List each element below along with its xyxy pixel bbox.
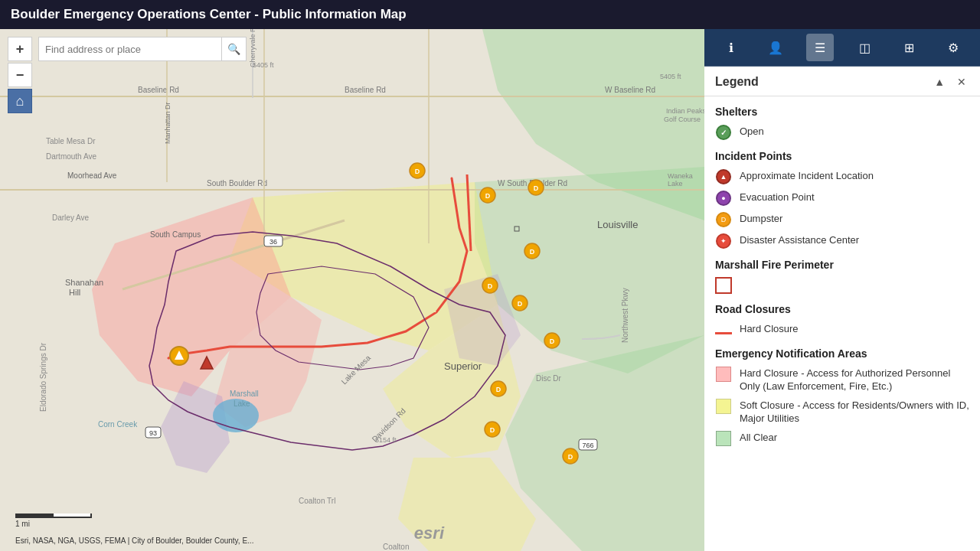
legend-section-fire-perimeter: Marshall Fire Perimeter [715,259,969,271]
zoom-out-button[interactable]: − [8,63,32,87]
svg-text:Superior: Superior [444,360,482,372]
legend-panel: Legend ▲ ✕ Shelters ✓ Open Incident Poin… [704,67,980,551]
grid-toolbar-button[interactable]: ⊞ [895,34,923,61]
legend-close-button[interactable]: ✕ [954,74,969,90]
svg-text:Marshall: Marshall [230,390,259,398]
shelter-open-label: Open [740,124,764,139]
all-clear-area-label: All Clear [740,430,777,445]
legend-item-fire-perimeter [715,277,969,294]
toolbar-icons: ℹ 👤 ☰ ◫ ⊞ ⚙ [704,29,980,67]
hard-closure-area-icon [715,366,732,383]
search-bar: 🔍 [38,37,247,61]
all-clear-area-icon [715,430,732,447]
approx-incident-icon: ▲ [715,168,732,185]
svg-text:D: D [415,168,420,175]
scale-bar: 1 mi [15,514,92,528]
legend-item-soft-closure-area: Soft Closure - Access for Residents/Owne… [715,398,969,425]
legend-controls: ▲ ✕ [931,74,969,90]
evac-point-icon: ● [715,190,732,207]
fire-perimeter-icon [715,277,732,294]
svg-text:Coalton Trl: Coalton Trl [299,497,335,505]
legend-header: Legend ▲ ✕ [704,67,980,96]
svg-text:D: D [488,282,493,290]
map-attribution: Esri, NASA, NGA, USGS, FEMA | City of Bo… [15,536,704,545]
svg-text:Shanahan: Shanahan [65,278,103,287]
zoom-in-button[interactable]: + [8,37,32,61]
shelter-open-icon: ✓ [715,124,732,141]
soft-closure-area-label: Soft Closure - Access for Residents/Owne… [740,398,969,425]
legend-item-all-clear-area: All Clear [715,430,969,447]
svg-text:93: 93 [149,429,157,437]
scale-label: 1 mi [15,520,30,528]
map-svg: Baseline Rd Baseline Rd W Baseline Rd So… [0,29,704,551]
approx-incident-label: Approximate Incident Location [740,168,874,183]
info-toolbar-button[interactable]: ℹ [717,34,745,61]
svg-text:D: D [485,192,491,200]
svg-text:Hill: Hill [69,288,80,297]
esri-logo: esri [414,523,444,543]
legend-collapse-button[interactable]: ▲ [931,74,948,90]
home-button[interactable]: ⌂ [8,89,32,113]
people-toolbar-button[interactable]: 👤 [762,34,789,61]
svg-text:Northwest Pkwy: Northwest Pkwy [621,288,629,343]
svg-text:36: 36 [270,238,277,246]
layers-toolbar-button[interactable]: ◫ [851,34,878,61]
legend-item-shelter-open: ✓ Open [715,124,969,141]
hard-closure-road-label: Hard Closure [740,321,799,336]
svg-text:Eldorado Springs Dr: Eldorado Springs Dr [39,342,47,412]
legend-body: Shelters ✓ Open Incident Points ▲ Approx… [704,96,980,461]
soft-closure-area-icon [715,398,732,415]
map-toolbar: + − ⌂ [8,37,32,113]
legend-item-disaster-center: ✦ Disaster Assistance Center [715,233,969,249]
svg-text:Dartmouth Ave: Dartmouth Ave [46,152,96,161]
svg-text:Golf Course: Golf Course [664,116,701,123]
svg-text:Louisville: Louisville [597,219,638,230]
page-title: Boulder Emergency Operations Center - Pu… [11,7,407,22]
svg-text:Moorhead Ave: Moorhead Ave [67,171,117,180]
svg-text:Baseline Rd: Baseline Rd [138,86,179,94]
evac-point-label: Evacuation Point [740,190,815,204]
dumpster-label: Dumpster [740,211,782,226]
disaster-center-icon: ✦ [715,233,732,249]
svg-text:Waneka: Waneka [668,172,693,180]
svg-text:766: 766 [582,442,593,449]
svg-text:South Boulder Rd: South Boulder Rd [207,179,267,187]
legend-title: Legend [715,75,759,89]
svg-text:W Baseline Rd: W Baseline Rd [605,86,655,94]
legend-item-hard-closure-area: Hard Closure - Access for Authorized Per… [715,366,969,393]
svg-text:Baseline Rd: Baseline Rd [345,86,386,94]
legend-section-road-closures: Road Closures [715,303,969,315]
map-area[interactable]: Baseline Rd Baseline Rd W Baseline Rd So… [0,29,704,551]
svg-text:5154 ft: 5154 ft [375,436,397,444]
hard-closure-road-icon [715,321,732,338]
legend-section-incident: Incident Points [715,150,969,162]
search-button[interactable]: 🔍 [222,37,247,61]
svg-text:Disc Dr: Disc Dr [536,374,561,383]
svg-text:5405 ft: 5405 ft [660,73,681,80]
svg-text:South Campus: South Campus [150,230,201,239]
legend-item-dumpster: D Dumpster [715,211,969,228]
page-header: Boulder Emergency Operations Center - Pu… [0,0,980,29]
settings-toolbar-button[interactable]: ⚙ [939,34,967,61]
svg-text:Lake: Lake [234,399,250,408]
svg-text:Indian Peaks: Indian Peaks [666,107,704,115]
svg-text:D: D [534,184,539,192]
svg-text:D: D [518,300,523,308]
search-input[interactable] [38,37,222,61]
svg-text:D: D [550,337,555,345]
legend-item-hard-closure-road: Hard Closure [715,321,969,338]
legend-section-emergency-areas: Emergency Notification Areas [715,347,969,360]
legend-item-evac-point: ● Evacuation Point [715,190,969,207]
legend-section-shelters: Shelters [715,106,969,118]
dumpster-icon: D [715,211,732,228]
list-toolbar-button[interactable]: ☰ [806,34,834,61]
svg-text:Table Mesa Dr: Table Mesa Dr [46,137,96,145]
hard-closure-area-label: Hard Closure - Access for Authorized Per… [740,366,969,393]
disaster-center-label: Disaster Assistance Center [740,233,859,247]
svg-text:Corn Creek: Corn Creek [98,420,138,429]
main-content: Baseline Rd Baseline Rd W Baseline Rd So… [0,29,980,551]
svg-text:D: D [496,386,501,393]
legend-item-approx-incident: ▲ Approximate Incident Location [715,168,969,185]
svg-text:Darley Ave: Darley Ave [52,214,90,222]
right-panel: ℹ 👤 ☰ ◫ ⊞ ⚙ Legend ▲ ✕ Shelters [704,29,980,551]
